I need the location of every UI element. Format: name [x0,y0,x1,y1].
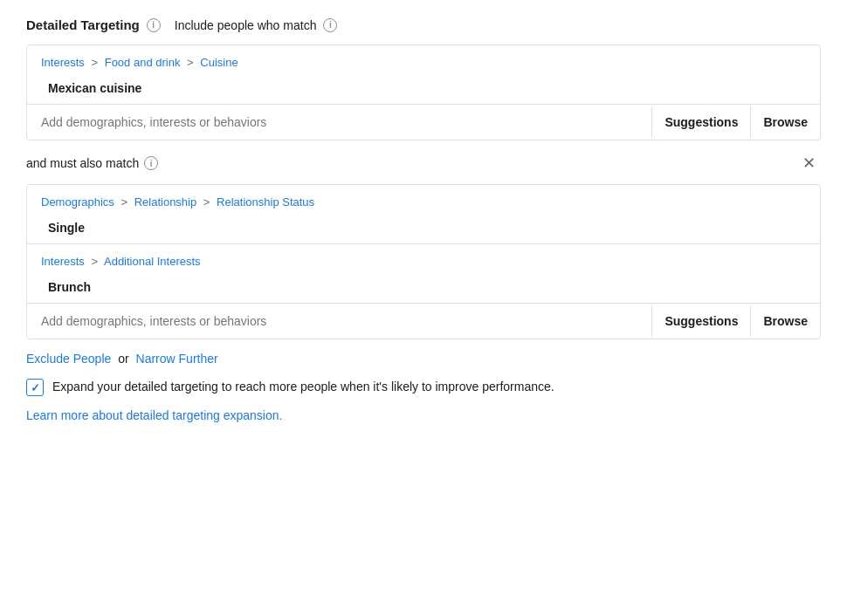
breadcrumb-sep-1: > [91,56,98,69]
header-row: Detailed Targeting i Include people who … [26,17,821,32]
mexican-cuisine-item: Mexican cuisine [27,74,820,104]
breadcrumb-relationship[interactable]: Relationship [134,195,197,209]
breadcrumb-demographics[interactable]: Demographics [41,195,114,209]
expand-text: Expand your detailed targeting to reach … [52,378,554,396]
detailed-targeting-info-icon[interactable]: i [147,18,161,32]
second-suggestions-button[interactable]: Suggestions [652,305,750,337]
or-text: or [118,352,128,366]
breadcrumb-food-drink[interactable]: Food and drink [105,56,181,69]
checkbox-checkmark: ✓ [31,382,40,394]
first-suggestions-button[interactable]: Suggestions [652,106,750,138]
also-match-info-icon[interactable]: i [144,156,158,170]
include-label: Include people who match [175,18,317,32]
second-targeting-box: Demographics > Relationship > Relationsh… [26,184,821,339]
close-also-match-button[interactable]: ✕ [796,151,821,175]
breadcrumb-sep-4: > [203,195,210,209]
breadcrumb-sep-2: > [187,56,194,69]
also-match-left: and must also match i [26,156,158,170]
second-search-input[interactable] [27,304,651,339]
learn-more-link[interactable]: Learn more about detailed targeting expa… [26,408,282,422]
breadcrumb-interests-2[interactable]: Interests [41,255,85,268]
expand-checkbox[interactable]: ✓ [26,379,44,396]
first-search-input[interactable] [27,105,651,140]
second-breadcrumb-2: Interests > Additional Interests [27,244,820,273]
brunch-item: Brunch [27,273,820,303]
breadcrumb-sep-3: > [121,195,127,209]
first-targeting-box: Interests > Food and drink > Cuisine Mex… [26,44,821,140]
breadcrumb-additional-interests[interactable]: Additional Interests [104,255,201,268]
expand-row: ✓ Expand your detailed targeting to reac… [26,378,821,396]
second-input-row: Suggestions Browse [27,304,820,339]
exclude-people-link[interactable]: Exclude People [26,352,111,366]
breadcrumb-relationship-status[interactable]: Relationship Status [217,195,314,209]
breadcrumb-cuisine[interactable]: Cuisine [200,56,238,69]
also-match-header: and must also match i ✕ [26,151,821,175]
breadcrumb-interests-1[interactable]: Interests [41,56,85,69]
detailed-targeting-title: Detailed Targeting [26,17,140,32]
second-browse-button[interactable]: Browse [751,305,820,337]
first-input-row: Suggestions Browse [27,105,820,140]
first-breadcrumb: Interests > Food and drink > Cuisine [27,45,820,74]
breadcrumb-sep-5: > [91,255,98,268]
single-item: Single [27,214,820,243]
also-match-label: and must also match [26,156,139,170]
second-breadcrumb-1: Demographics > Relationship > Relationsh… [27,185,820,214]
include-info-icon[interactable]: i [323,18,337,32]
first-browse-button[interactable]: Browse [751,106,820,138]
exclude-narrow-row: Exclude People or Narrow Further [26,352,821,366]
narrow-further-link[interactable]: Narrow Further [136,352,218,366]
